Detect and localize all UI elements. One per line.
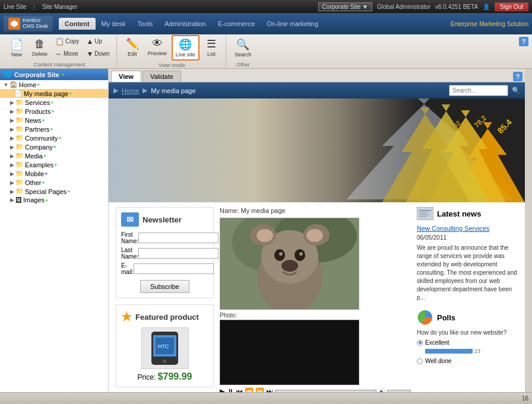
services-icon: 📁 — [15, 98, 24, 106]
svg-rect-29 — [419, 210, 431, 211]
poll-radio-welldone[interactable] — [417, 358, 423, 364]
first-name-input[interactable] — [138, 233, 218, 243]
site-header: 🌐 Corporate Site ● — [0, 69, 108, 80]
sidebar-item-home[interactable]: ▼ 🏠 Home ● — [0, 80, 108, 89]
sidebar-item-images[interactable]: ▶ 🖼 Images ● — [0, 196, 108, 204]
edit-button[interactable]: ✏️ Edit — [122, 35, 143, 61]
up-button[interactable]: ▲ Up — [83, 36, 112, 47]
live-site-button[interactable]: 🌐 Live site — [172, 35, 200, 61]
nav-tab-onlinemarketing[interactable]: On-line marketing — [261, 18, 324, 30]
sidebar-item-special-pages[interactable]: ▶ 📁 Special Pages ● — [0, 187, 108, 196]
sidebar-item-news[interactable]: ▶ 📁 News ● — [0, 116, 108, 125]
breadcrumb-arrow2: ▶ — [142, 87, 147, 94]
toggle-partners[interactable]: ▶ — [8, 126, 15, 132]
copy-button[interactable]: 📋 Copy — [52, 36, 82, 47]
live-site-icon: 🌐 — [179, 38, 192, 51]
sign-out-button[interactable]: Sign Out — [495, 2, 528, 11]
move-button[interactable]: ↔ Move — [52, 48, 82, 60]
sidebar-item-community[interactable]: ▶ 📁 Community ● — [0, 133, 108, 142]
toggle-community[interactable]: ▶ — [8, 135, 15, 141]
new-button[interactable]: 📄 New — [6, 36, 27, 60]
site-dot: ● — [62, 72, 65, 77]
sidebar-item-my-media-page[interactable]: 📄 My media page ● — [0, 89, 108, 98]
breadcrumb-arrow1: ▶ — [113, 87, 118, 94]
step-fwd-button[interactable]: ⏭ — [266, 387, 273, 392]
next-button[interactable]: ⏩ — [255, 387, 264, 392]
newsletter-title: ✉ Newsletter — [121, 212, 208, 227]
breadcrumb-home[interactable]: Home — [122, 87, 139, 94]
nav-tab-content[interactable]: Content — [59, 18, 96, 30]
toggle-company[interactable]: ▶ — [8, 144, 15, 150]
progress-bar[interactable] — [275, 390, 376, 392]
toggle-products[interactable]: ▶ — [8, 109, 15, 114]
search-button[interactable]: 🔍 Search — [231, 36, 255, 60]
list-button[interactable]: ☰ List — [201, 35, 222, 61]
sidebar-item-media[interactable]: ▶ 📁 Media ● — [0, 151, 108, 160]
toggle-mobile[interactable]: ▶ — [8, 171, 15, 177]
subscribe-button[interactable]: Subscribe — [140, 280, 189, 293]
sidebar-item-mobile[interactable]: ▶ 📁 Mobile ● — [0, 169, 108, 178]
scroll-track[interactable] — [525, 69, 532, 392]
sidebar-item-products[interactable]: ▶ 📁 Products ● — [0, 107, 108, 116]
preview-button[interactable]: 👁 Preview — [144, 35, 170, 61]
svg-marker-0 — [11, 20, 18, 27]
preview-banner: 85.4 78.2 102 — [109, 98, 525, 202]
step-back-button[interactable]: ⏮ — [236, 387, 243, 392]
sidebar-item-services[interactable]: ▶ 📁 Services ● — [0, 98, 108, 107]
news-article-title[interactable]: New Consulting Services — [417, 225, 518, 232]
polls-pie-icon — [417, 309, 433, 326]
sidebar-item-mobile-label: Mobile — [25, 170, 44, 177]
sidebar-item-partners[interactable]: ▶ 📁 Partners ● — [0, 125, 108, 133]
toggle-images[interactable]: ▶ — [8, 197, 15, 203]
kentico-logo-icon — [8, 18, 20, 30]
search-input[interactable] — [449, 85, 508, 96]
live-site-link[interactable]: Live Site — [4, 4, 26, 10]
partners-dot: ● — [50, 126, 53, 132]
phone-svg: HTC — [148, 330, 181, 366]
sidebar-item-other[interactable]: ▶ 📁 Other ● — [0, 178, 108, 187]
toggle-services[interactable]: ▶ — [8, 100, 15, 106]
prev-button[interactable]: ⏪ — [245, 387, 254, 392]
email-input[interactable] — [134, 263, 214, 274]
sidebar-item-examples[interactable]: ▶ 📁 Examples ● — [0, 160, 108, 169]
site-manager-link[interactable]: Site Manager — [42, 4, 77, 10]
photo-label: Photo: — [220, 312, 411, 319]
last-name-input[interactable] — [138, 248, 218, 259]
content-area: View Validate ? ▶ Home ▶ My media page 🔍 — [109, 69, 525, 392]
content-help-button[interactable]: ? — [513, 72, 522, 81]
nav-tab-administration[interactable]: Administration — [159, 18, 212, 30]
sidebar: 🌐 Corporate Site ● ▼ 🏠 Home ● 📄 My media… — [0, 69, 109, 392]
poll-bar-excellent: 23 — [417, 348, 518, 354]
sidebar-item-company[interactable]: ▶ 📁 Company ● — [0, 142, 108, 151]
tab-validate[interactable]: Validate — [142, 71, 181, 82]
down-button[interactable]: ▼ Down — [83, 48, 112, 60]
nav-tab-mydesk[interactable]: My desk — [96, 18, 132, 30]
media-dot: ● — [69, 91, 72, 96]
toggle-other[interactable]: ▶ — [8, 180, 15, 186]
svg-point-22 — [306, 229, 323, 242]
services-dot: ● — [50, 100, 53, 105]
volume-bar[interactable] — [387, 390, 411, 392]
toggle-news[interactable]: ▶ — [8, 117, 15, 123]
corp-site-button[interactable]: Corporate Site ▼ — [318, 2, 372, 11]
tab-view[interactable]: View — [111, 71, 141, 82]
featured-title: ★ Featured product — [121, 310, 208, 324]
news-icon-svg — [418, 208, 432, 219]
search-go-icon[interactable]: 🔍 — [512, 87, 520, 94]
toggle-special[interactable]: ▶ — [8, 189, 15, 195]
toggle-examples[interactable]: ▶ — [8, 162, 15, 168]
svg-point-27 — [281, 260, 298, 272]
toggle-home[interactable]: ▼ — [2, 82, 10, 88]
poll-radio-excellent[interactable] — [417, 340, 423, 346]
nav-tab-tools[interactable]: Tools — [132, 18, 159, 30]
toolbar-help-button[interactable]: ? — [519, 37, 528, 46]
nav-tab-ecommerce[interactable]: E-commerce — [212, 18, 261, 30]
pause-button[interactable]: ⏸ — [227, 387, 234, 392]
products-dot: ● — [51, 109, 54, 114]
toggle-media[interactable]: ▶ — [8, 153, 15, 159]
play-button[interactable]: ▶ — [220, 387, 225, 392]
first-name-label: First Name: — [121, 231, 138, 244]
delete-button[interactable]: 🗑 Delete — [28, 36, 51, 60]
content-management-group: 📄 New 🗑 Delete 📋 Copy ↔ Move ▲ — [2, 36, 117, 67]
sidebar-item-media-label: My media page — [24, 90, 68, 97]
